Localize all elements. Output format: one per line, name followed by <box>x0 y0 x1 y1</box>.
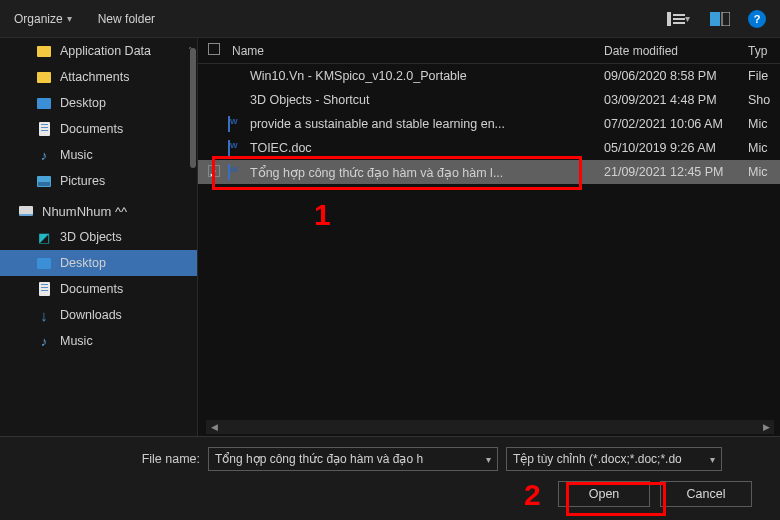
column-name[interactable]: Name <box>228 44 604 58</box>
folder-icon <box>37 72 51 83</box>
tree-root-pc[interactable]: NhumNhum ^^ <box>0 198 197 224</box>
word-doc-icon <box>228 164 230 180</box>
tree-item-documents-2[interactable]: Documents <box>0 276 197 302</box>
file-list: Name Date modified Typ Win10.Vn - KMSpic… <box>198 38 780 436</box>
scroll-left-icon[interactable]: ◀ <box>206 420 222 434</box>
file-row[interactable]: provide a sustainable and stable learnin… <box>198 112 780 136</box>
scrollbar[interactable] <box>190 48 196 168</box>
svg-rect-1 <box>673 14 685 16</box>
word-doc-icon <box>228 140 230 156</box>
tree-item-documents[interactable]: Documents <box>0 116 197 142</box>
cancel-button[interactable]: Cancel <box>660 481 752 507</box>
row-checkbox[interactable] <box>208 165 220 177</box>
chevron-down-icon[interactable]: ▾ <box>486 454 491 465</box>
svg-rect-3 <box>673 22 685 24</box>
preview-pane-button[interactable] <box>706 7 734 31</box>
chevron-down-icon[interactable]: ▾ <box>710 454 715 465</box>
computer-icon <box>19 206 33 216</box>
svg-rect-0 <box>667 12 671 26</box>
open-button[interactable]: Open <box>558 481 650 507</box>
toolbar: Organize ▾ New folder ▾ ? <box>0 0 780 38</box>
tree-item-attachments[interactable]: Attachments <box>0 64 197 90</box>
new-folder-button[interactable]: New folder <box>98 12 155 26</box>
svg-rect-5 <box>722 12 730 26</box>
tree-item-desktop[interactable]: Desktop <box>0 90 197 116</box>
desktop-icon <box>37 258 51 269</box>
sidebar: Application Data˄ Attachments Desktop Do… <box>0 38 198 436</box>
tree-item-appdata[interactable]: Application Data˄ <box>0 38 197 64</box>
documents-icon <box>39 282 50 296</box>
select-all-checkbox[interactable] <box>208 43 220 55</box>
filetype-filter[interactable]: Tệp tùy chỉnh (*.docx;*.doc;*.do ▾ <box>506 447 722 471</box>
svg-rect-2 <box>673 18 685 20</box>
file-row[interactable]: Win10.Vn - KMSpico_v10.2.0_Portable 09/0… <box>198 64 780 88</box>
music-icon: ♪ <box>36 147 52 163</box>
tree-item-desktop-2[interactable]: Desktop <box>0 250 197 276</box>
word-doc-icon <box>228 116 230 132</box>
help-button[interactable]: ? <box>748 10 766 28</box>
bottom-panel: File name: Tổng hợp công thức đạo hàm và… <box>0 436 780 520</box>
organize-label: Organize <box>14 12 63 26</box>
column-type[interactable]: Typ <box>748 44 780 58</box>
tree-item-music[interactable]: ♪Music <box>0 142 197 168</box>
documents-icon <box>39 122 50 136</box>
view-mode-button[interactable]: ▾ <box>664 7 692 31</box>
cube-icon: ◩ <box>36 229 52 245</box>
scroll-right-icon[interactable]: ▶ <box>758 420 774 434</box>
downloads-icon: ↓ <box>36 307 52 323</box>
file-row[interactable]: TOIEC.doc 05/10/2019 9:26 AM Mic <box>198 136 780 160</box>
tree-item-pictures[interactable]: Pictures <box>0 168 197 194</box>
folder-icon <box>37 46 51 57</box>
tree-item-music-2[interactable]: ♪Music <box>0 328 197 354</box>
horizontal-scrollbar[interactable]: ◀ ▶ <box>206 420 774 434</box>
filename-input[interactable]: Tổng hợp công thức đạo hàm và đạo h ▾ <box>208 447 498 471</box>
column-headers[interactable]: Name Date modified Typ <box>198 38 780 64</box>
chevron-down-icon: ▾ <box>685 13 690 24</box>
tree-item-3dobjects[interactable]: ◩3D Objects <box>0 224 197 250</box>
svg-rect-4 <box>710 12 720 26</box>
pictures-icon <box>37 176 51 187</box>
column-date[interactable]: Date modified <box>604 44 748 58</box>
desktop-icon <box>37 98 51 109</box>
filename-label: File name: <box>130 452 200 466</box>
chevron-down-icon: ▾ <box>67 13 72 24</box>
music-icon: ♪ <box>36 333 52 349</box>
file-row[interactable]: 3D Objects - Shortcut 03/09/2021 4:48 PM… <box>198 88 780 112</box>
organize-button[interactable]: Organize ▾ <box>14 12 72 26</box>
tree-item-downloads[interactable]: ↓Downloads <box>0 302 197 328</box>
file-row[interactable]: Tổng hợp công thức đạo hàm và đạo hàm l.… <box>198 160 780 184</box>
